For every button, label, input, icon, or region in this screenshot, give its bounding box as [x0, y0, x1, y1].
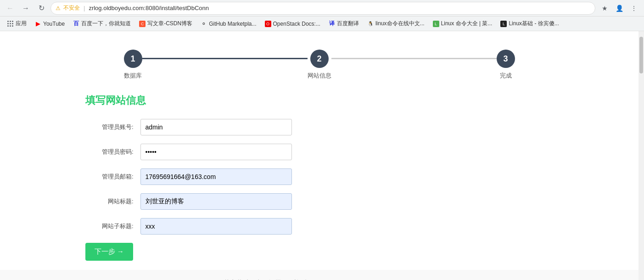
linux-cmd2-label: Linux 命令大全 | 菜... — [441, 20, 493, 28]
site-title-input[interactable] — [140, 193, 292, 210]
bookmark-baidu-translate[interactable]: 译 百度翻译 — [325, 18, 363, 29]
baidu-translate-label: 百度翻译 — [337, 20, 359, 28]
address-bar[interactable]: ⚠ 不安全 | zrlog.oldboyedu.com:8080/install… — [50, 2, 595, 15]
admin-account-label: 管理员账号: — [85, 123, 140, 131]
youtube-icon: ▶ — [35, 21, 41, 27]
back-button[interactable]: ← — [4, 2, 17, 15]
step-1-circle: 1 — [124, 50, 142, 68]
admin-email-group: 管理员邮箱: — [85, 168, 554, 185]
csdn-icon: C — [139, 21, 146, 27]
browser-window: ← → ↻ ⚠ 不安全 | zrlog.oldboyedu.com:8080/i… — [0, 0, 644, 280]
step-2-label: 网站信息 — [308, 72, 331, 80]
url-text: zrlog.oldboyedu.com:8080/install/testDbC… — [89, 5, 590, 11]
admin-email-label: 管理员邮箱: — [85, 173, 140, 181]
bookmark-github[interactable]: ⚬ GitHub Marketpla... — [197, 19, 260, 29]
scrollbar[interactable] — [638, 31, 644, 280]
site-title-label: 网站标题: — [85, 197, 140, 206]
install-form: 管理员账号: 管理员密码: 管理员邮箱: 网站标题: — [85, 119, 554, 261]
linux-basic-icon: L — [500, 21, 507, 27]
site-subtitle-group: 网站子标题: — [85, 218, 554, 235]
openstack-icon: O — [265, 21, 271, 27]
profile-button[interactable]: 👤 — [613, 2, 626, 15]
bookmark-csdn[interactable]: C 写文章-CSDN博客 — [135, 18, 196, 29]
admin-email-input[interactable] — [140, 168, 292, 185]
footer-note: 若安装过程出现问题，欢迎反馈 http://blog.zrlog.com/pos… — [0, 270, 638, 280]
step-1: 1 数据库 — [124, 50, 142, 80]
install-wrapper: 1 数据库 2 网站信息 3 完成 填写网站信息 — [67, 31, 572, 270]
step-3-label: 完成 — [500, 72, 512, 80]
admin-password-group: 管理员密码: — [85, 144, 554, 160]
next-button[interactable]: 下一步 → — [85, 243, 133, 261]
bookmark-baidu[interactable]: 百 百度一下，你就知道 — [69, 18, 134, 29]
admin-account-group: 管理员账号: — [85, 119, 554, 135]
site-subtitle-label: 网站子标题: — [85, 222, 140, 230]
admin-password-input[interactable] — [140, 144, 292, 160]
apps-icon — [7, 21, 14, 27]
security-warning-icon: ⚠ — [56, 5, 61, 11]
baidu-translate-icon: 译 — [329, 21, 335, 27]
section-title: 填写网站信息 — [85, 94, 554, 107]
bookmarks-bar: 应用 ▶ YouTube 百 百度一下，你就知道 C 写文章-CSDN博客 ⚬ … — [0, 17, 644, 31]
separator: | — [84, 5, 85, 11]
next-button-label: 下一步 → — [95, 247, 124, 256]
bookmark-youtube[interactable]: ▶ YouTube — [31, 19, 68, 29]
step-3-circle: 3 — [497, 50, 515, 68]
bookmark-linux-cmd2[interactable]: L Linux 命令大全 | 菜... — [429, 18, 496, 29]
linux-basic-label: Linux基础 - 徐宾傻... — [509, 20, 559, 28]
step-line-2-3 — [331, 58, 497, 59]
baidu-icon: 百 — [73, 21, 79, 27]
linux-cmd-label: linux命令在线中文... — [375, 20, 425, 28]
step-line-1-2 — [142, 58, 308, 59]
step-3: 3 完成 — [497, 50, 515, 80]
bookmark-linux-basic[interactable]: L Linux基础 - 徐宾傻... — [497, 18, 562, 29]
scrollbar-thumb[interactable] — [639, 37, 643, 73]
bookmark-apps[interactable]: 应用 — [4, 18, 30, 29]
csdn-label: 写文章-CSDN博客 — [147, 20, 192, 28]
admin-password-label: 管理员密码: — [85, 148, 140, 156]
security-label: 不安全 — [63, 4, 80, 12]
bookmark-linux-cmd[interactable]: 🐧 linux命令在线中文... — [364, 18, 428, 29]
bookmark-openstack[interactable]: O OpenStack Docs:... — [261, 19, 324, 29]
step-1-label: 数据库 — [124, 72, 142, 80]
menu-button[interactable]: ⋮ — [627, 2, 640, 15]
step-2-circle: 2 — [310, 50, 329, 68]
step-2: 2 网站信息 — [308, 50, 331, 80]
youtube-label: YouTube — [43, 21, 65, 27]
forward-button[interactable]: → — [19, 2, 32, 15]
openstack-label: OpenStack Docs:... — [273, 21, 320, 27]
site-subtitle-input[interactable] — [140, 218, 292, 235]
admin-account-input[interactable] — [140, 119, 292, 135]
linux-cmd2-icon: L — [433, 21, 439, 27]
linux-cmd-icon: 🐧 — [367, 21, 374, 27]
baidu-label: 百度一下，你就知道 — [81, 20, 131, 28]
apps-label: 应用 — [16, 20, 27, 28]
steps-container: 1 数据库 2 网站信息 3 完成 — [85, 50, 554, 80]
site-title-group: 网站标题: — [85, 193, 554, 210]
reload-button[interactable]: ↻ — [35, 2, 48, 15]
github-icon: ⚬ — [201, 21, 207, 27]
browser-toolbar: ← → ↻ ⚠ 不安全 | zrlog.oldboyedu.com:8080/i… — [0, 0, 644, 17]
toolbar-icons: ★ 👤 ⋮ — [598, 2, 640, 15]
star-button[interactable]: ★ — [598, 2, 611, 15]
page-content: 1 数据库 2 网站信息 3 完成 填写网站信息 — [0, 31, 638, 280]
github-label: GitHub Marketpla... — [209, 21, 256, 27]
content-area: 1 数据库 2 网站信息 3 完成 填写网站信息 — [0, 31, 644, 280]
